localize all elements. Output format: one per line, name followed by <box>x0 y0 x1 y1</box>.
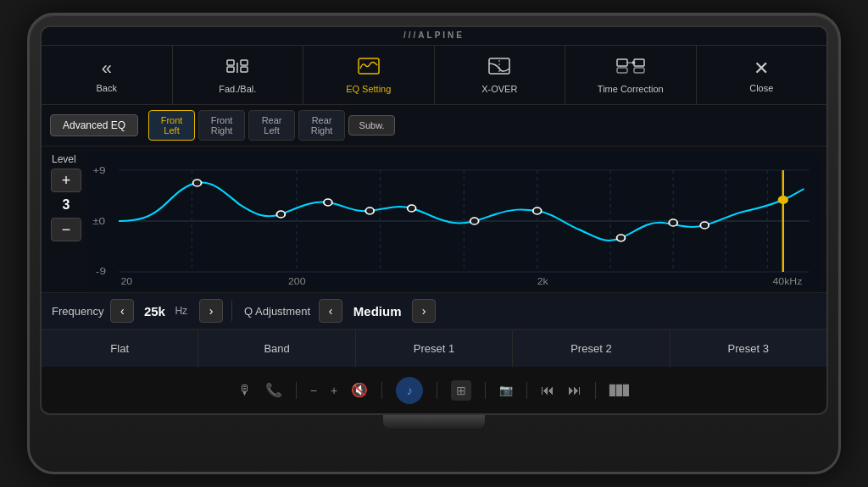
svg-point-43 <box>700 222 709 229</box>
svg-text:2k: 2k <box>537 277 548 286</box>
alpine-logo: ///ALPINE <box>403 30 465 40</box>
preset-1-button[interactable]: Preset 1 <box>356 330 513 367</box>
time-correction-icon <box>616 57 645 80</box>
q-left-button[interactable]: ‹ <box>319 299 342 323</box>
eq-graph[interactable]: +9 ±0 -9 20 200 2k 40kHz <box>87 153 820 289</box>
xover-button[interactable]: X-OVER <box>435 46 566 104</box>
fad-bal-button[interactable]: Fad./Bal. <box>173 46 304 104</box>
svg-point-45 <box>778 196 788 204</box>
preset-2-button[interactable]: Preset 2 <box>513 330 670 367</box>
eq-area: Level + 3 − <box>42 147 826 292</box>
svg-point-34 <box>193 180 202 186</box>
nav-bar: « Back Fad./Bal. <box>42 46 826 105</box>
xover-icon <box>487 57 511 80</box>
bottom-bar: 🎙 📞 − + 🔇 ♪ ⊞ 📷 ⏮ ⏭ ▊▊▊ <box>42 367 826 413</box>
svg-rect-11 <box>634 68 644 73</box>
signal-icon: ▊▊▊ <box>609 385 630 396</box>
q-left-icon: ‹ <box>329 304 333 318</box>
time-correction-button[interactable]: Time Correction <box>565 46 697 104</box>
svg-point-36 <box>324 199 332 206</box>
channel-subw[interactable]: Subw. <box>348 115 395 136</box>
level-label: Level <box>48 153 76 165</box>
channel-rear-right[interactable]: RearRight <box>298 110 345 141</box>
adv-eq-button[interactable]: Advanced EQ <box>50 114 138 136</box>
brand-bar: ///ALPINE <box>42 27 826 46</box>
svg-rect-3 <box>241 67 248 72</box>
btm-divider-6 <box>595 382 596 399</box>
level-plus-button[interactable]: + <box>51 169 81 192</box>
back-button[interactable]: « Back <box>42 46 173 104</box>
svg-rect-1 <box>241 60 248 65</box>
grid-icon: ⊞ <box>456 384 466 397</box>
close-button[interactable]: ✕ Close <box>697 46 827 104</box>
mic-icon[interactable]: 🎙 <box>238 383 252 398</box>
freq-left-icon: ‹ <box>120 304 125 318</box>
btm-divider-2 <box>381 382 382 399</box>
divider <box>231 301 232 321</box>
level-minus-button[interactable]: − <box>51 218 81 241</box>
phone-icon[interactable]: 📞 <box>265 382 282 398</box>
svg-text:+9: +9 <box>92 165 106 175</box>
q-adjustment-value: Medium <box>348 304 407 318</box>
svg-rect-2 <box>227 67 234 72</box>
freq-right-icon: › <box>209 304 214 318</box>
prev-track-icon[interactable]: ⏮ <box>541 383 554 398</box>
svg-rect-0 <box>227 60 234 65</box>
svg-point-42 <box>669 219 677 226</box>
svg-rect-10 <box>617 68 627 73</box>
screen: ///ALPINE « Back Fad./Bal. <box>40 25 828 415</box>
svg-text:±0: ±0 <box>92 216 105 226</box>
svg-point-35 <box>276 211 285 218</box>
eq-setting-button[interactable]: EQ Setting <box>303 46 435 104</box>
fad-bal-icon <box>225 57 249 80</box>
frequency-label: Frequency <box>52 305 103 318</box>
music-icon: ♪ <box>407 384 413 397</box>
q-right-icon: › <box>422 304 426 318</box>
back-icon: « <box>102 58 112 80</box>
mute-icon[interactable]: 🔇 <box>351 382 368 398</box>
svg-point-39 <box>470 218 479 224</box>
btm-divider-3 <box>437 382 437 399</box>
preset-3-button[interactable]: Preset 3 <box>670 330 826 367</box>
q-adjustment-label: Q Adjustment <box>244 305 310 318</box>
eq-icon <box>357 57 381 80</box>
svg-point-40 <box>533 208 542 214</box>
channel-front-left[interactable]: FrontLeft <box>148 110 195 141</box>
preset-band-button[interactable]: Band <box>198 330 355 367</box>
freq-right-button[interactable]: › <box>199 299 223 323</box>
channel-bar: Advanced EQ FrontLeft FrontRight RearLef… <box>42 105 826 147</box>
svg-text:-9: -9 <box>96 266 106 276</box>
btm-divider-4 <box>485 382 486 399</box>
svg-rect-8 <box>617 59 627 66</box>
svg-text:40kHz: 40kHz <box>772 277 802 286</box>
close-icon: ✕ <box>754 58 769 80</box>
preset-flat-button[interactable]: Flat <box>42 330 198 367</box>
frequency-unit: Hz <box>175 305 187 317</box>
volume-plus-icon[interactable]: + <box>331 384 337 397</box>
svg-text:20: 20 <box>120 277 132 286</box>
svg-point-41 <box>617 235 626 241</box>
volume-minus-icon[interactable]: − <box>310 384 317 397</box>
q-right-button[interactable]: › <box>412 299 436 323</box>
level-control: Level + 3 − <box>42 147 87 292</box>
btm-divider-5 <box>526 382 527 399</box>
music-play-button[interactable]: ♪ <box>396 377 423 404</box>
frequency-value: 25k <box>139 304 170 318</box>
svg-point-38 <box>408 205 416 212</box>
channel-front-right[interactable]: FrontRight <box>198 110 245 141</box>
btm-divider-1 <box>296 382 297 399</box>
freq-bar: Frequency ‹ 25k Hz › Q Adjustment ‹ Medi… <box>42 292 826 329</box>
svg-text:200: 200 <box>288 277 306 286</box>
device-mount <box>383 415 485 429</box>
next-track-icon[interactable]: ⏭ <box>568 383 581 398</box>
device-frame: ///ALPINE « Back Fad./Bal. <box>27 13 841 474</box>
channel-rear-left[interactable]: RearLeft <box>248 110 295 141</box>
svg-point-37 <box>365 208 374 214</box>
grid-button[interactable]: ⊞ <box>451 380 471 401</box>
camera-icon[interactable]: 📷 <box>499 384 513 396</box>
preset-bar: Flat Band Preset 1 Preset 2 Preset 3 <box>42 329 826 367</box>
eq-graph-container[interactable]: +9 ±0 -9 20 200 2k 40kHz <box>87 147 826 292</box>
level-value: 3 <box>63 197 70 213</box>
freq-left-button[interactable]: ‹ <box>110 299 134 323</box>
